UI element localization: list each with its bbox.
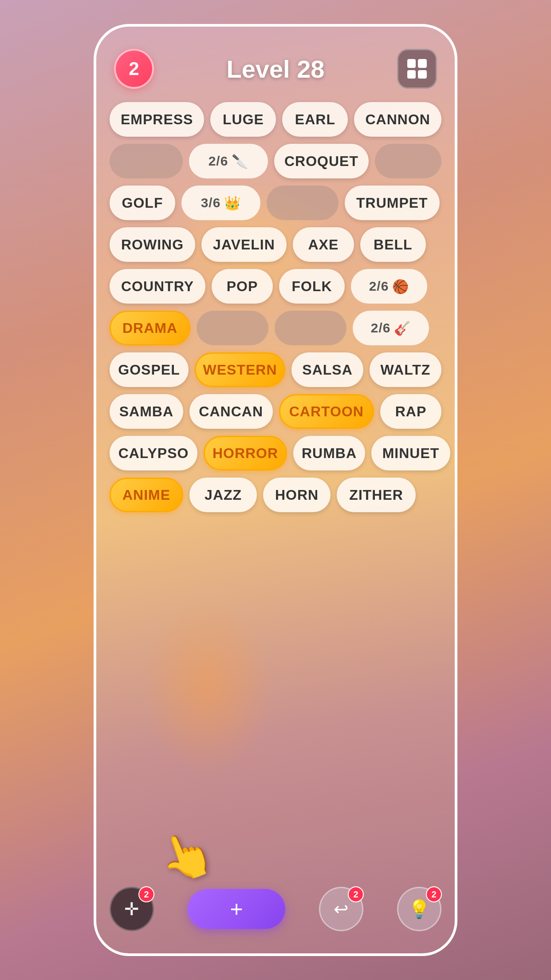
progress-guitar-text: 2/6 <box>371 320 391 336</box>
word-row: SAMBA CANCAN CARTOON RAP <box>110 394 441 429</box>
pill-luge[interactable]: LUGE <box>210 102 276 137</box>
pill-folk[interactable]: FOLK <box>279 269 345 304</box>
lives-badge: 2 <box>114 49 154 89</box>
pill-drama[interactable]: DRAMA <box>110 311 190 345</box>
word-row: 2/6 🔪 CROQUET <box>110 144 441 178</box>
move-icon: ✛ <box>124 899 139 919</box>
pill-muted-5 <box>275 311 346 345</box>
pill-cannon[interactable]: CANNON <box>354 102 441 137</box>
word-row: DRAMA 2/6 🎸 <box>110 311 441 345</box>
word-row: ANIME JAZZ HORN ZITHER <box>110 478 441 512</box>
pill-rap[interactable]: RAP <box>380 394 441 429</box>
crown-icon: 👑 <box>224 195 241 211</box>
pill-progress-knife[interactable]: 2/6 🔪 <box>189 144 268 178</box>
add-button[interactable]: + <box>188 889 285 929</box>
pill-earl[interactable]: EARL <box>282 102 348 137</box>
menu-button[interactable] <box>397 49 437 89</box>
pill-jazz[interactable]: JAZZ <box>189 478 257 512</box>
level-title: Level 28 <box>226 55 324 83</box>
pill-cancan[interactable]: CANCAN <box>189 394 273 429</box>
pill-horror[interactable]: HORROR <box>204 436 287 470</box>
pill-axe[interactable]: AXE <box>293 227 354 262</box>
word-row: ROWING JAVELIN AXE BELL <box>110 227 441 262</box>
grid-icon <box>407 59 427 79</box>
progress-bball-text: 2/6 <box>369 279 389 294</box>
pill-calypso[interactable]: CALYPSO <box>110 436 197 470</box>
pill-country[interactable]: COUNTRY <box>110 269 205 304</box>
undo-button[interactable]: ↩ 2 <box>319 887 363 931</box>
pill-pop[interactable]: POP <box>212 269 273 304</box>
pill-rowing[interactable]: ROWING <box>110 227 195 262</box>
word-row: GOSPEL WESTERN SALSA WALTZ <box>110 352 441 387</box>
progress-knife-text: 2/6 <box>209 154 228 169</box>
pill-muted-1 <box>110 144 183 178</box>
pill-muted-3 <box>267 186 338 220</box>
move-button[interactable]: ✛ 2 <box>110 887 154 931</box>
pill-rumba[interactable]: RUMBA <box>293 436 365 470</box>
pill-golf[interactable]: GOLF <box>110 186 175 220</box>
move-badge: 2 <box>138 886 154 902</box>
progress-crown-text: 3/6 <box>201 195 221 210</box>
word-row: COUNTRY POP FOLK 2/6 🏀 <box>110 269 441 304</box>
pill-horn[interactable]: HORN <box>263 478 331 512</box>
pill-muted-2 <box>375 144 441 178</box>
pill-salsa[interactable]: SALSA <box>291 352 363 387</box>
words-area: EMPRESS LUGE EARL CANNON 2/6 🔪 CROQUET G… <box>96 98 455 878</box>
knife-icon: 🔪 <box>232 154 248 169</box>
add-icon: + <box>230 896 243 922</box>
pill-waltz[interactable]: WALTZ <box>370 352 441 387</box>
lives-count: 2 <box>129 58 139 79</box>
pill-trumpet[interactable]: TRUMPET <box>345 186 440 220</box>
pill-cartoon[interactable]: CARTOON <box>279 394 374 429</box>
basketball-icon: 🏀 <box>392 279 409 294</box>
pill-zither[interactable]: ZITHER <box>337 478 416 512</box>
pill-progress-guitar[interactable]: 2/6 🎸 <box>353 311 429 345</box>
hint-badge: 2 <box>426 886 442 902</box>
pill-anime[interactable]: ANIME <box>110 478 183 512</box>
undo-badge: 2 <box>348 886 364 902</box>
pill-muted-4 <box>197 311 268 345</box>
word-row: EMPRESS LUGE EARL CANNON <box>110 102 441 137</box>
bottom-toolbar: ✛ 2 + ↩ 2 💡 2 <box>96 878 455 953</box>
hint-icon: 💡 <box>408 899 430 920</box>
pill-javelin[interactable]: JAVELIN <box>201 227 287 262</box>
pill-western[interactable]: WESTERN <box>195 352 285 387</box>
pill-bell[interactable]: BELL <box>360 227 426 262</box>
pill-gospel[interactable]: GOSPEL <box>110 352 189 387</box>
guitar-icon: 🎸 <box>394 320 411 336</box>
header: 2 Level 28 <box>96 27 455 98</box>
word-row: GOLF 3/6 👑 TRUMPET <box>110 186 441 220</box>
hint-button[interactable]: 💡 2 <box>397 887 441 931</box>
pill-progress-crown[interactable]: 3/6 👑 <box>181 186 260 220</box>
pill-samba[interactable]: SAMBA <box>110 394 183 429</box>
pill-progress-basketball[interactable]: 2/6 🏀 <box>351 269 427 304</box>
pill-empress[interactable]: EMPRESS <box>110 102 204 137</box>
word-row: CALYPSO HORROR RUMBA MINUET <box>110 436 441 470</box>
pill-croquet[interactable]: CROQUET <box>274 144 369 178</box>
pill-minuet[interactable]: MINUET <box>371 436 450 470</box>
phone-frame: 2 Level 28 EMPRESS LUGE EARL CANNON 2/6 … <box>94 24 457 956</box>
undo-icon: ↩ <box>334 899 349 919</box>
